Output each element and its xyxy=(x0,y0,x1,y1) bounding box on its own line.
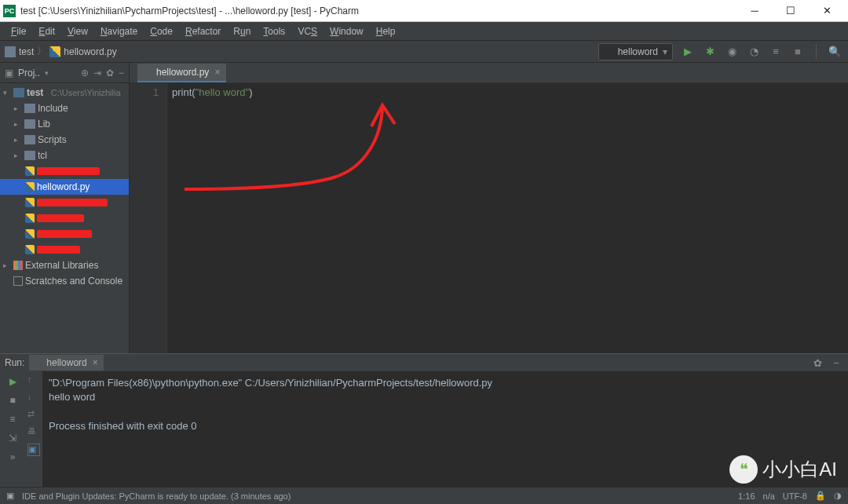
python-file-icon xyxy=(144,68,153,77)
run-tab-label: helloword xyxy=(46,357,86,368)
stop-button[interactable]: ■ xyxy=(5,393,20,407)
breadcrumb[interactable]: test 〉 helloword.py xyxy=(5,45,117,58)
tree-file-redacted[interactable] xyxy=(0,242,129,257)
tree-file-redacted[interactable] xyxy=(0,163,129,179)
tree-file-redacted[interactable] xyxy=(0,195,129,210)
menu-navigate[interactable]: Navigate xyxy=(94,22,144,41)
redacted-text xyxy=(37,167,100,175)
tree-item-label: External Libraries xyxy=(25,260,98,271)
project-head-label: Proj.. xyxy=(18,68,40,79)
tree-external-libs[interactable]: ▸External Libraries xyxy=(0,257,129,273)
code-editor[interactable]: 1 print("hello word") xyxy=(130,83,848,353)
menu-file[interactable]: File xyxy=(5,22,32,41)
python-file-icon xyxy=(25,229,35,239)
tree-item-label: Scripts xyxy=(38,134,67,145)
menu-run[interactable]: Run xyxy=(227,22,257,41)
debug-button[interactable]: ✱ xyxy=(703,46,717,57)
tree-item-label: helloword.py xyxy=(37,181,90,192)
menu-view[interactable]: View xyxy=(61,22,94,41)
code-content[interactable]: print("hello word") xyxy=(167,83,848,353)
collapse-icon[interactable]: ⊕ xyxy=(81,68,89,79)
menu-refactor[interactable]: Refactor xyxy=(179,22,227,41)
gear-icon[interactable]: ✿ xyxy=(106,68,114,79)
tree-file-helloword[interactable]: helloword.py xyxy=(0,179,129,195)
editor-tab-helloword[interactable]: helloword.py × xyxy=(137,64,226,82)
project-header[interactable]: ▣ Proj.. ▾ ⊕ ⇥ ✿ − xyxy=(0,63,129,83)
close-button[interactable]: ✕ xyxy=(809,0,845,22)
run-button[interactable]: ▶ xyxy=(681,46,695,57)
project-tree[interactable]: ▾test C:\Users\Yinizhilia ▸Include ▸Lib … xyxy=(0,83,129,353)
window-titlebar: PC test [C:\Users\Yinizhilian\PycharmPro… xyxy=(0,0,848,22)
status-message[interactable]: IDE and Plugin Updates: PyCharm is ready… xyxy=(22,491,291,501)
editor-area: helloword.py × 1 print("hello word") xyxy=(130,63,848,353)
editor-tabs: helloword.py × xyxy=(130,63,848,83)
python-file-icon xyxy=(25,214,35,223)
stop-button[interactable]: ■ xyxy=(791,46,805,57)
menu-tools[interactable]: Tools xyxy=(257,22,291,41)
search-button[interactable]: 🔍 xyxy=(828,46,842,57)
run-configuration-selector[interactable]: helloword ▾ xyxy=(598,43,673,60)
status-icon[interactable]: ▣ xyxy=(6,491,14,501)
lock-icon[interactable]: 🔒 xyxy=(815,491,826,501)
pause-button[interactable]: ≡ xyxy=(5,412,20,426)
navigation-bar: test 〉 helloword.py helloword ▾ ▶ ✱ ◉ ◔ … xyxy=(0,41,848,63)
file-encoding[interactable]: UTF-8 xyxy=(783,491,807,501)
minimize-button[interactable]: ─ xyxy=(737,0,773,22)
line-gutter: 1 xyxy=(130,83,167,353)
tree-item-label: Lib xyxy=(38,119,50,130)
scroll-button[interactable]: ▣ xyxy=(27,444,40,456)
run-label: Run: xyxy=(5,357,24,368)
close-tab-icon[interactable]: × xyxy=(93,357,98,368)
redacted-text xyxy=(37,199,108,206)
python-file-icon xyxy=(25,198,35,207)
coverage-button[interactable]: ◉ xyxy=(725,46,739,57)
tree-folder-lib[interactable]: ▸Lib xyxy=(0,116,129,132)
tree-file-redacted[interactable] xyxy=(0,226,129,242)
folder-icon xyxy=(24,135,35,144)
inspections-icon[interactable]: ◑ xyxy=(834,491,842,501)
line-separator[interactable]: n/a xyxy=(763,491,775,501)
more-button[interactable]: » xyxy=(5,450,20,464)
up-button[interactable]: ↑ xyxy=(27,374,40,387)
down-button[interactable]: ↓ xyxy=(27,392,40,404)
wrap-button[interactable]: ⇄ xyxy=(27,409,40,422)
caret-position[interactable]: 1:16 xyxy=(738,491,755,501)
folder-icon xyxy=(24,151,35,160)
python-file-icon xyxy=(25,245,35,254)
menu-help[interactable]: Help xyxy=(370,22,402,41)
tree-file-redacted[interactable] xyxy=(0,210,129,226)
exit-button[interactable]: ⇲ xyxy=(5,431,20,445)
hide-button[interactable]: − xyxy=(829,357,843,369)
profile-button[interactable]: ◔ xyxy=(747,46,761,57)
menu-edit[interactable]: Edit xyxy=(32,22,61,41)
line-number: 1 xyxy=(153,86,159,98)
console-output[interactable]: "D:\Program Files(x86)\python\python.exe… xyxy=(42,371,848,487)
window-title: test [C:\Users\Yinizhilian\PycharmProjec… xyxy=(20,5,737,16)
menu-code[interactable]: Code xyxy=(144,22,179,41)
gear-icon[interactable]: ✿ xyxy=(810,357,824,369)
tree-folder-tcl[interactable]: ▸tcl xyxy=(0,148,129,163)
rerun-button[interactable]: ▶ xyxy=(5,374,20,389)
scratches-icon xyxy=(13,276,23,286)
print-button[interactable]: 🖶 xyxy=(27,426,40,439)
run-tool-window: Run: helloword× ✿ − ▶ ■ ≡ ⇲ » ↑ ↓ ⇄ 🖶 ▣ … xyxy=(0,353,848,487)
tree-folder-scripts[interactable]: ▸Scripts xyxy=(0,132,129,148)
menu-vcs[interactable]: VCS xyxy=(291,22,323,41)
concurrency-button[interactable]: ≡ xyxy=(769,46,783,57)
tree-scratches[interactable]: Scratches and Console xyxy=(0,273,129,289)
tree-root[interactable]: ▾test C:\Users\Yinizhilia xyxy=(0,85,129,100)
redacted-text xyxy=(37,230,92,238)
python-file-icon xyxy=(25,166,35,176)
maximize-button[interactable]: ☐ xyxy=(773,0,809,22)
folder-icon xyxy=(24,119,35,129)
module-folder-icon xyxy=(13,88,24,97)
tree-folder-include[interactable]: ▸Include xyxy=(0,100,129,116)
hide-icon[interactable]: − xyxy=(119,68,124,79)
menu-window[interactable]: Window xyxy=(323,22,370,41)
breadcrumb-root: test xyxy=(19,46,34,57)
watermark-text: 小小白AI xyxy=(762,457,837,482)
locate-icon[interactable]: ⇥ xyxy=(93,68,101,79)
folder-icon xyxy=(5,46,16,57)
close-tab-icon[interactable]: × xyxy=(214,67,220,78)
run-tab[interactable]: helloword× xyxy=(29,355,103,371)
